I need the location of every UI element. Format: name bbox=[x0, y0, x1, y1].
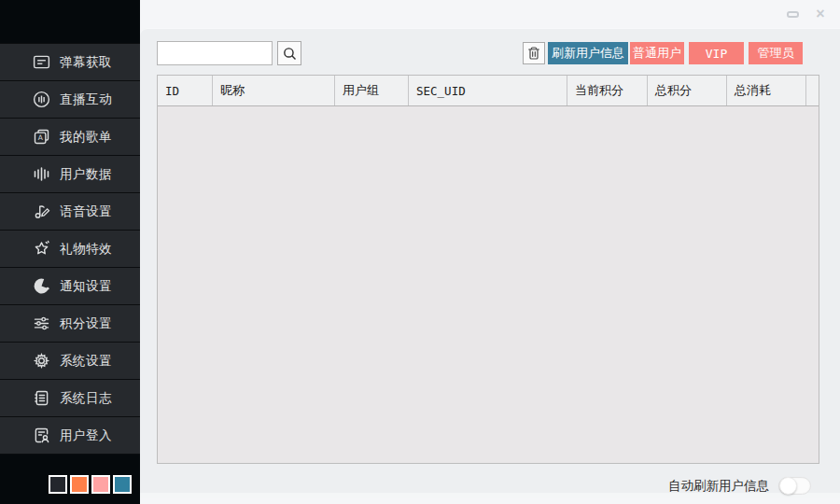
user-table-header: ID 昵称 用户组 SEC_UID 当前积分 总积分 总消耗 bbox=[158, 76, 819, 106]
admin-button[interactable]: 管理员 bbox=[749, 42, 803, 64]
sidebar-item-label: 礼物特效 bbox=[60, 241, 112, 258]
sidebar-item-user-login[interactable]: 用户登入 bbox=[0, 416, 140, 455]
theme-swatch-bar bbox=[0, 464, 140, 504]
sidebar-item-label: 系统日志 bbox=[60, 390, 112, 407]
theme-swatch-orange[interactable] bbox=[70, 475, 89, 494]
sidebar-item-system-log[interactable]: 系统日志 bbox=[0, 379, 140, 417]
sidebar-item-label: 通知设置 bbox=[60, 278, 112, 295]
col-header-total-points[interactable]: 总积分 bbox=[648, 76, 727, 105]
user-data-icon bbox=[31, 164, 51, 185]
main-area: × 刷新用户信息 普通用户 VIP 管理员 ID 昵称 用户组 SEC_UID … bbox=[140, 0, 840, 504]
log-icon bbox=[31, 388, 51, 409]
sidebar-item-danmaku[interactable]: 弹幕获取 bbox=[0, 43, 140, 81]
toggle-knob bbox=[779, 477, 797, 495]
sidebar-item-label: 直播互动 bbox=[60, 91, 112, 108]
danmaku-icon bbox=[31, 52, 51, 73]
trash-icon bbox=[526, 46, 541, 61]
col-header-sec-uid[interactable]: SEC_UID bbox=[409, 76, 567, 105]
minimize-button[interactable] bbox=[782, 6, 803, 22]
minimize-icon bbox=[787, 11, 799, 18]
refresh-user-info-button[interactable]: 刷新用户信息 bbox=[548, 42, 628, 64]
sidebar-item-label: 用户数据 bbox=[60, 166, 112, 183]
user-table: ID 昵称 用户组 SEC_UID 当前积分 总积分 总消耗 bbox=[157, 75, 819, 464]
points-settings-icon bbox=[31, 314, 51, 334]
theme-swatch-teal[interactable] bbox=[113, 475, 132, 494]
voice-settings-icon bbox=[31, 202, 51, 222]
sidebar-item-voice-settings[interactable]: 语音设置 bbox=[0, 192, 140, 231]
notification-settings-icon bbox=[31, 276, 51, 297]
normal-user-button[interactable]: 普通用户 bbox=[630, 42, 684, 64]
sidebar-item-system-settings[interactable]: 系统设置 bbox=[0, 342, 140, 380]
user-login-icon bbox=[31, 426, 51, 446]
sidebar-item-label: 语音设置 bbox=[60, 203, 112, 220]
sidebar-item-label: 用户登入 bbox=[60, 427, 112, 444]
auto-refresh-label: 自动刷新用户信息 bbox=[668, 478, 769, 495]
sidebar-item-user-data[interactable]: 用户数据 bbox=[0, 155, 140, 193]
sidebar-item-label: 系统设置 bbox=[60, 353, 112, 370]
theme-swatch-dark[interactable] bbox=[49, 475, 67, 494]
footer-row: 自动刷新用户信息 bbox=[668, 477, 811, 495]
sidebar-item-gift-effects[interactable]: 礼物特效 bbox=[0, 230, 140, 268]
sidebar: 弹幕获取 直播互动 A 我的歌单 bbox=[0, 0, 140, 504]
col-header-nickname[interactable]: 昵称 bbox=[213, 76, 335, 105]
gift-effects-icon bbox=[31, 239, 51, 259]
delete-users-button[interactable] bbox=[523, 42, 545, 64]
sidebar-item-playlist[interactable]: A 我的歌单 bbox=[0, 118, 140, 156]
col-header-spacer bbox=[806, 76, 819, 105]
col-header-current-points[interactable]: 当前积分 bbox=[567, 76, 648, 105]
theme-swatch-pink[interactable] bbox=[91, 475, 110, 494]
sidebar-item-label: 弹幕获取 bbox=[60, 54, 112, 71]
search-icon bbox=[282, 46, 298, 62]
search-button[interactable] bbox=[277, 41, 301, 65]
sidebar-item-label: 积分设置 bbox=[60, 315, 112, 332]
auto-refresh-toggle[interactable] bbox=[778, 477, 811, 495]
search-input[interactable] bbox=[157, 41, 273, 65]
sidebar-item-points-settings[interactable]: 积分设置 bbox=[0, 304, 140, 343]
sidebar-item-live-interaction[interactable]: 直播互动 bbox=[0, 80, 140, 119]
gear-icon bbox=[31, 351, 51, 371]
titlebar: × bbox=[140, 0, 840, 28]
sidebar-menu: 弹幕获取 直播互动 A 我的歌单 bbox=[0, 43, 140, 455]
col-header-total-consumed[interactable]: 总消耗 bbox=[727, 76, 806, 105]
live-interaction-icon bbox=[31, 90, 51, 110]
svg-text:A: A bbox=[37, 133, 43, 142]
vip-button[interactable]: VIP bbox=[689, 42, 744, 64]
playlist-icon: A bbox=[31, 127, 51, 147]
close-button[interactable]: × bbox=[810, 6, 831, 22]
col-header-id[interactable]: ID bbox=[158, 76, 213, 105]
sidebar-item-label: 我的歌单 bbox=[60, 129, 112, 146]
sidebar-item-notification-settings[interactable]: 通知设置 bbox=[0, 267, 140, 305]
close-icon: × bbox=[816, 7, 824, 21]
col-header-user-group[interactable]: 用户组 bbox=[335, 76, 409, 105]
user-table-body[interactable] bbox=[158, 106, 819, 464]
